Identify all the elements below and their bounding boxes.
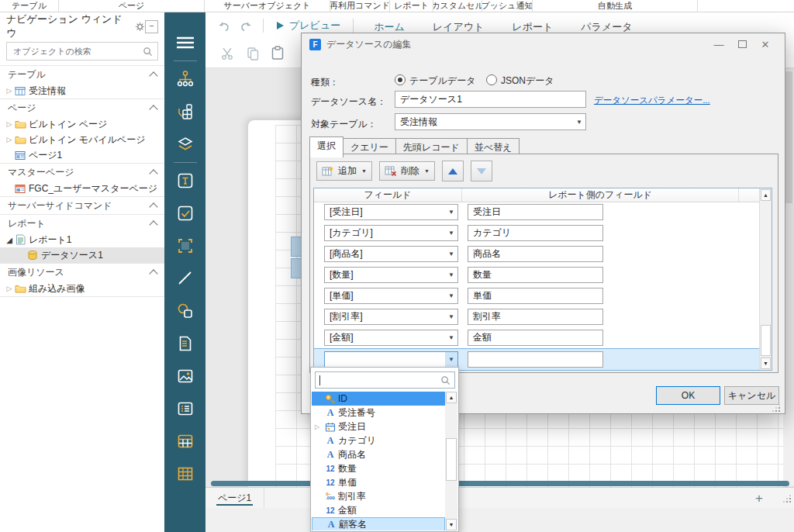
close-button[interactable]: ✕ — [754, 39, 777, 50]
section-header-server-commands[interactable]: サーバーサイドコマンド — [0, 197, 164, 214]
cancel-button[interactable]: キャンセル — [724, 386, 779, 405]
popup-vertical-scrollbar[interactable]: ▲ ▼ — [445, 392, 457, 530]
field-option-order-date[interactable]: ▷ 受注日 — [312, 420, 445, 434]
tree-item-builtin-pages[interactable]: ▷ ビルトイン ページ — [0, 116, 164, 132]
field-option-amount[interactable]: 12 金額 — [312, 503, 445, 517]
copy-icon[interactable] — [246, 47, 260, 60]
datasource-parameter-link[interactable]: データソースパラメーター... — [594, 95, 710, 106]
ribbon-group-push-notify[interactable]: プッシュ通知 — [482, 0, 533, 12]
tab-select[interactable]: 選択 — [309, 136, 343, 157]
report-field-input[interactable]: 割引率 — [468, 309, 603, 325]
table-tool-icon[interactable] — [164, 425, 205, 458]
move-down-button-disabled[interactable] — [471, 161, 492, 181]
report-field-input[interactable]: 数量 — [468, 267, 603, 283]
canvas-horizontal-scrollbar[interactable] — [211, 481, 789, 486]
scrollbar-thumb[interactable] — [761, 325, 771, 356]
checkbox-cell-icon[interactable] — [164, 197, 205, 230]
field-combo[interactable]: [数量]▼ — [324, 267, 458, 283]
field-combo[interactable]: [商品名]▼ — [324, 246, 458, 262]
list-tool-icon[interactable] — [164, 392, 205, 425]
ribbon-group-reports[interactable]: レポート — [390, 0, 433, 12]
ribbon-group-server-objects[interactable]: サーバーオブジェクト — [205, 0, 330, 12]
field-combo-open[interactable]: ▼ — [324, 351, 458, 368]
section-header-master-pages[interactable]: マスターページ — [0, 164, 164, 181]
field-option-category[interactable]: A カテゴリ — [312, 434, 445, 447]
resize-grip-icon[interactable] — [783, 495, 791, 503]
target-table-combo[interactable]: 受注情報 ▼ — [395, 113, 586, 130]
tree-item-order-table[interactable]: ▷ 受注情報 — [0, 83, 164, 98]
ok-button[interactable]: OK — [656, 386, 720, 405]
expander-collapsed-icon[interactable]: ▷ — [315, 423, 323, 430]
expander-collapsed-icon[interactable]: ▷ — [5, 285, 14, 292]
field-option-customer-name[interactable]: A 顧客名 — [312, 517, 445, 530]
field-combo[interactable]: [金額]▼ — [324, 330, 458, 346]
object-search-input[interactable] — [12, 46, 143, 57]
maximize-button[interactable] — [730, 39, 754, 50]
pivot-table-tool-icon[interactable] — [164, 458, 205, 490]
report-field-input[interactable]: 商品名 — [468, 246, 603, 262]
tree-item-page1[interactable]: ページ1 — [0, 147, 164, 163]
datasource-name-input[interactable]: データソース1 — [395, 91, 586, 108]
report-field-input[interactable]: 金額 — [468, 330, 603, 346]
gear-icon[interactable] — [135, 22, 145, 32]
dialog-resize-grip[interactable] — [772, 404, 780, 412]
report-field-input[interactable] — [468, 351, 603, 368]
ribbon-group-tables[interactable]: テーブル — [0, 0, 59, 12]
field-option-id[interactable]: ID — [312, 392, 445, 406]
field-option-unit-price[interactable]: 12 単価 — [312, 475, 445, 489]
scrollbar-thumb[interactable] — [446, 438, 457, 481]
section-header-tables[interactable]: テーブル — [0, 66, 164, 83]
scroll-up-icon[interactable]: ▲ — [761, 189, 771, 201]
scroll-down-icon[interactable]: ▼ — [446, 519, 457, 530]
field-combo[interactable]: [受注日]▼ — [324, 204, 458, 220]
report-field-input[interactable]: 受注日 — [468, 204, 603, 220]
shapes-tool-icon[interactable] — [164, 295, 205, 327]
section-header-reports[interactable]: レポート — [0, 215, 164, 232]
report-field-input[interactable]: 単価 — [468, 288, 603, 304]
redo-icon[interactable] — [240, 22, 252, 33]
expander-collapsed-icon[interactable]: ▷ — [5, 136, 14, 143]
layers-icon[interactable] — [164, 128, 205, 161]
section-header-image-resources[interactable]: 画像リソース — [0, 264, 164, 281]
field-option-quantity[interactable]: 12 数量 — [312, 461, 445, 475]
add-field-button[interactable]: 追加▼ — [316, 161, 372, 181]
move-up-button[interactable] — [442, 161, 464, 181]
undo-icon[interactable] — [218, 22, 230, 33]
field-option-order-number[interactable]: A 受注番号 — [312, 406, 445, 420]
selection-region-icon[interactable] — [164, 230, 205, 262]
field-option-discount-rate[interactable]: 0⌐.000 割引率 — [312, 489, 445, 503]
object-search[interactable] — [6, 42, 158, 60]
type-radio-table[interactable]: テーブルデータ — [395, 74, 475, 88]
tree-item-builtin-mobile-pages[interactable]: ▷ ビルトイン モバイルページ — [0, 132, 164, 147]
image-tool-icon[interactable] — [164, 360, 205, 392]
ribbon-group-reuse-commands[interactable]: 再利用コマンド — [330, 0, 390, 12]
split-table-icon[interactable] — [164, 95, 205, 128]
delete-field-button[interactable]: 削除▼ — [379, 161, 435, 181]
report-field-input[interactable]: カテゴリ — [468, 225, 603, 241]
document-tool-icon[interactable] — [164, 327, 205, 360]
minimize-button[interactable]: — — [707, 39, 730, 50]
expander-collapsed-icon[interactable]: ▷ — [5, 87, 14, 95]
tree-item-report1[interactable]: ◢ レポート1 — [0, 232, 164, 247]
field-combo[interactable]: [割引率]▼ — [324, 309, 458, 325]
hamburger-menu-icon[interactable] — [164, 26, 205, 59]
field-combo[interactable]: [カテゴリ]▼ — [324, 225, 458, 241]
tree-item-datasource1[interactable]: データソース1 — [0, 247, 164, 263]
field-search-box[interactable] — [315, 371, 455, 389]
dialog-title-bar[interactable]: F データソースの編集 — ✕ — [302, 33, 785, 55]
expander-collapsed-icon[interactable]: ▷ — [5, 120, 14, 128]
expander-expanded-icon[interactable]: ◢ — [5, 236, 14, 244]
type-radio-json[interactable]: JSONデータ — [486, 74, 554, 88]
field-combo[interactable]: [単価]▼ — [324, 288, 458, 304]
field-option-product-name[interactable]: A 商品名 — [312, 447, 445, 461]
tree-item-master-page1[interactable]: FGC_ユーザーマスターページ — [0, 181, 164, 196]
cut-icon[interactable] — [221, 47, 235, 60]
table-vertical-scrollbar[interactable]: ▲ ▼ — [759, 188, 772, 370]
ribbon-group-pages[interactable]: ページ — [59, 0, 205, 12]
text-cell-icon[interactable] — [164, 164, 205, 197]
ribbon-group-auto-generate[interactable]: 自動生成 — [533, 0, 698, 12]
line-tool-icon[interactable] — [164, 262, 205, 295]
ribbon-group-custom-cells[interactable]: カスタムセル — [433, 0, 482, 12]
tree-item-builtin-images[interactable]: ▷ 組み込み画像 — [0, 281, 164, 296]
scroll-up-icon[interactable]: ▲ — [446, 392, 457, 403]
